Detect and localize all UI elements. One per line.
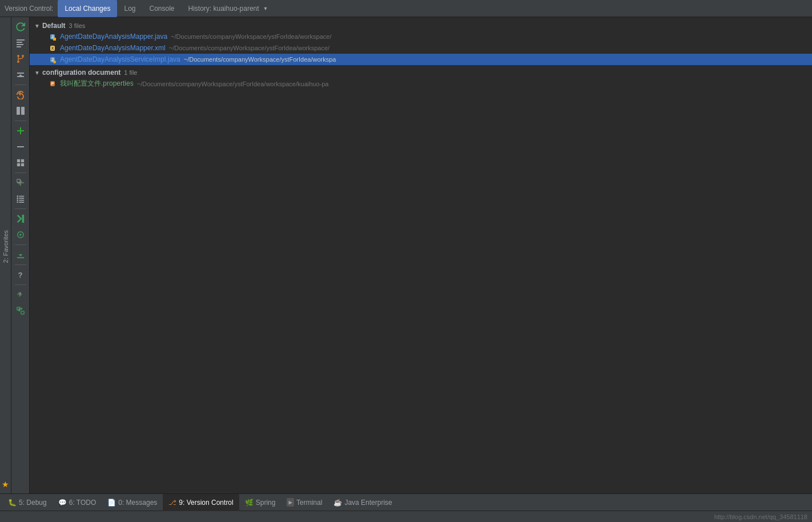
svg-rect-23 (22, 215, 24, 223)
version-control-icon: ⎇ (168, 499, 176, 507)
java-file-icon-1: J (48, 32, 57, 41)
puzzle-button[interactable] (13, 227, 28, 242)
tree-group-config-header[interactable]: ▼ configuration document 1 file (30, 67, 812, 78)
tree-group-config: ▼ configuration document 1 file P 我叫配置文件… (30, 66, 812, 91)
refresh-button[interactable] (13, 19, 28, 34)
bottom-tab-todo[interactable]: 💬 6: TODO (53, 494, 102, 511)
check-icon (17, 179, 25, 187)
undo-icon (16, 90, 25, 99)
tab-history[interactable]: History: kuaihuo-parent ▼ (182, 0, 275, 17)
check-button[interactable] (13, 175, 28, 190)
puzzle-icon (17, 231, 25, 239)
tree-item-file4[interactable]: P 我叫配置文件.properties ~/Documents/companyW… (30, 78, 812, 90)
svg-point-5 (17, 61, 19, 63)
expand-sort-button[interactable] (13, 67, 28, 82)
jump-button[interactable] (13, 211, 28, 226)
svg-point-21 (17, 199, 18, 201)
svg-rect-2 (17, 44, 23, 45)
remove-button[interactable] (13, 139, 28, 154)
bottom-tab-messages[interactable]: 📄 0: Messages (102, 494, 163, 511)
show-diff-button[interactable] (13, 103, 28, 118)
group-name-config: configuration document (42, 69, 120, 77)
update-button[interactable] (13, 247, 28, 262)
bottom-tab-java-enterprise[interactable]: ☕ Java Enterprise (328, 494, 397, 511)
grid-button[interactable] (13, 155, 28, 170)
separator-3 (15, 172, 26, 173)
branch-icon (16, 54, 25, 63)
svg-rect-10 (17, 159, 19, 162)
svg-point-4 (17, 55, 19, 57)
separator-2 (15, 121, 26, 121)
refresh-icon (16, 22, 25, 31)
file-tree: ▼ Default 3 files J AgentDateDayAnalysis… (30, 17, 812, 493)
svg-rect-15 (19, 196, 24, 197)
file1-name: AgentDateDayAnalysisMapper.java (60, 33, 167, 41)
move-button[interactable] (13, 303, 28, 318)
tab-console[interactable]: Console (142, 0, 181, 17)
todo-label: 6: TODO (69, 499, 97, 507)
rollback-button[interactable] (13, 87, 28, 102)
file4-name: 我叫配置文件.properties (60, 79, 134, 89)
status-url: http://blog.csdn.net/qq_34581118 (714, 513, 807, 520)
list-button[interactable] (13, 191, 28, 206)
grid-icon (17, 159, 25, 167)
file2-name: AgentDateDayAnalysisMapper.xml (60, 44, 166, 52)
triangle-icon: ▼ (34, 23, 40, 29)
sort-group-button[interactable] (13, 35, 28, 50)
debug-icon: 🐛 (8, 499, 17, 507)
svg-rect-8 (21, 107, 25, 115)
svg-rect-1 (17, 42, 22, 43)
tab-bar: Version Control: Local Changes Log Conso… (0, 0, 812, 17)
file4-path: ~/Documents/companyWorkspace/ystForIdea/… (137, 81, 329, 87)
tree-group-default-header[interactable]: ▼ Default 3 files (30, 21, 812, 31)
bottom-tab-spring[interactable]: 🌿 Spring (239, 494, 282, 511)
tab-local-changes[interactable]: Local Changes (58, 0, 117, 17)
separator-1 (15, 85, 26, 85)
list-icon (17, 195, 25, 203)
tab-log[interactable]: Log (117, 0, 142, 17)
messages-label: 0: Messages (118, 499, 157, 507)
tree-group-default: ▼ Default 3 files J AgentDateDayAnalysis… (30, 19, 812, 66)
vcs-operations-button[interactable] (13, 51, 28, 66)
tree-item-file3[interactable]: J AgentDateDayAnalysisServiceImpl.java ~… (30, 54, 812, 65)
jump-icon (17, 215, 25, 223)
status-line: http://blog.csdn.net/qq_34581118 (0, 511, 812, 522)
spring-label: Spring (256, 499, 276, 507)
svg-rect-28 (21, 311, 23, 314)
favorites-bar[interactable]: 2: Favorites ★ (0, 17, 11, 493)
properties-file-icon-4: P (48, 79, 57, 89)
group-count-default: 3 files (69, 22, 86, 29)
bottom-tab-version-control[interactable]: ⎇ 9: Version Control (163, 494, 239, 511)
svg-point-20 (17, 198, 18, 199)
svg-rect-12 (17, 163, 19, 166)
separator-5 (15, 244, 26, 245)
messages-icon: 📄 (107, 499, 116, 507)
main-area: 2: Favorites ★ (0, 17, 812, 493)
left-toolbar-1: ? (11, 17, 30, 493)
svg-rect-16 (19, 198, 24, 199)
file2-path: ~/Documents/companyWorkspace/ystForIdea/… (169, 45, 329, 51)
terminal-label: Terminal (296, 499, 322, 507)
bottom-tab-debug[interactable]: 🐛 5: Debug (2, 494, 53, 511)
svg-rect-17 (19, 200, 24, 201)
todo-icon: 💬 (58, 499, 67, 507)
version-control-label: Version Control: (5, 5, 53, 13)
svg-rect-18 (19, 202, 24, 203)
question-button[interactable]: ? (13, 267, 28, 282)
bottom-tab-terminal[interactable]: ▶ Terminal (281, 494, 328, 511)
collapse-icon (17, 291, 25, 299)
collapse-all-button[interactable] (13, 287, 28, 302)
tree-item-file1[interactable]: J AgentDateDayAnalysisMapper.java ~/Docu… (30, 31, 812, 42)
separator-4 (15, 208, 26, 209)
file3-path: ~/Documents/companyWorkspace/ystForIdea/… (184, 56, 336, 63)
version-control-label: 9: Version Control (179, 499, 233, 507)
svg-rect-0 (17, 39, 25, 41)
svg-point-22 (17, 202, 18, 203)
chevron-down-icon: ▼ (263, 6, 268, 11)
tree-item-file2[interactable]: X AgentDateDayAnalysisMapper.xml ~/Docum… (30, 42, 812, 54)
svg-rect-13 (21, 163, 23, 166)
add-icon (16, 126, 25, 135)
triangle-icon-2: ▼ (34, 70, 40, 76)
add-to-vcs-button[interactable] (13, 123, 28, 138)
download-icon (17, 251, 25, 259)
